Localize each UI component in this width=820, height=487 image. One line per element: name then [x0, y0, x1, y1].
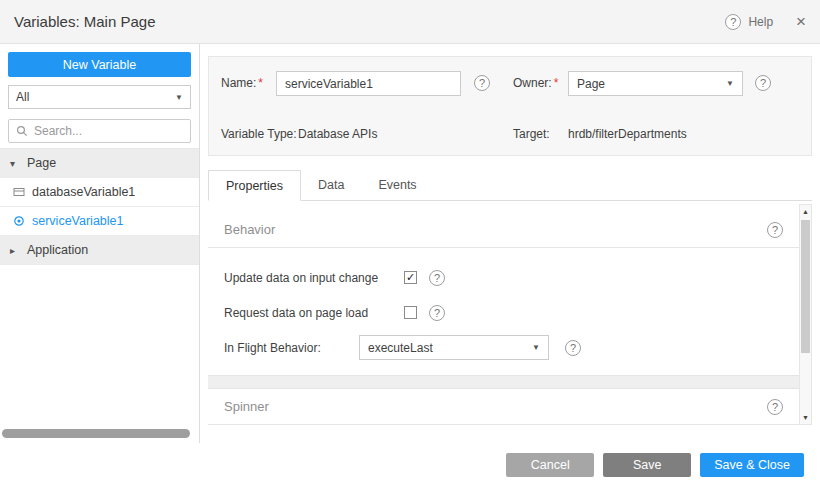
tree-item-label: databaseVariable1 [32, 185, 135, 199]
name-label: Name:* [221, 76, 263, 90]
section-title: Behavior [224, 222, 275, 237]
variable-type-label: Variable Type: [221, 127, 297, 141]
properties-panel: Behavior ? Update data on input change ✓… [208, 204, 812, 425]
save-button[interactable]: Save [603, 453, 691, 477]
section-header-spinner: Spinner ? [208, 389, 799, 425]
search-input[interactable] [34, 124, 183, 138]
caret-right-icon[interactable]: ▸ [10, 245, 20, 256]
check-icon: ✓ [406, 272, 415, 283]
help-label[interactable]: Help [748, 15, 773, 29]
section-header-behavior: Behavior ? [208, 212, 799, 248]
variable-detail: Name:* ? Owner:* Page ▼ ? Variable Type:… [200, 44, 820, 443]
in-flight-selected-value: executeLast [368, 341, 433, 355]
prop-help-icon[interactable]: ? [565, 340, 581, 356]
owner-label: Owner:* [513, 76, 558, 90]
prop-row-update-on-input-change: Update data on input change ✓ ? [208, 260, 799, 295]
owner-help-icon[interactable]: ? [755, 75, 771, 91]
chevron-down-icon: ▼ [175, 93, 183, 102]
detail-tabbar: Properties Data Events [208, 170, 812, 201]
scroll-down-icon[interactable]: ▼ [800, 411, 811, 424]
variables-sidebar: New Variable All ▼ ▾ Page databaseVariab… [0, 44, 200, 443]
update-data-checkbox[interactable]: ✓ [404, 271, 417, 284]
tree-item-label: serviceVariable1 [32, 214, 123, 228]
required-asterisk: * [258, 76, 263, 90]
in-flight-behavior-select[interactable]: executeLast ▼ [359, 335, 549, 360]
close-icon[interactable]: × [796, 13, 806, 30]
tree-item-page[interactable]: ▾ Page [0, 149, 199, 178]
help-icon[interactable]: ? [725, 14, 741, 30]
dialog-header: Variables: Main Page ? Help × [0, 0, 820, 44]
scrollbar-thumb[interactable] [2, 429, 190, 438]
variable-search [8, 119, 191, 143]
properties-panel-content: Behavior ? Update data on input change ✓… [208, 204, 799, 425]
dialog-footer: Cancel Save Save & Close [0, 443, 820, 487]
name-help-icon[interactable]: ? [474, 75, 490, 91]
tree-item-servicevariable1[interactable]: serviceVariable1 [0, 207, 199, 236]
owner-selected-value: Page [577, 77, 605, 91]
target-value: hrdb/filterDepartments [568, 127, 687, 141]
behavior-help-icon[interactable]: ? [767, 222, 783, 238]
header-actions: ? Help × [725, 13, 806, 30]
prop-label: Update data on input change [224, 271, 404, 285]
database-variable-icon [13, 186, 25, 198]
behavior-rows: Update data on input change ✓ ? Request … [208, 248, 799, 375]
prop-label: In Flight Behavior: [224, 341, 359, 355]
cancel-button[interactable]: Cancel [506, 453, 594, 477]
caret-down-icon[interactable]: ▾ [10, 158, 20, 169]
scroll-up-icon[interactable]: ▲ [800, 205, 811, 218]
filter-selected-value: All [16, 90, 29, 104]
prop-label: Request data on page load [224, 306, 404, 320]
required-asterisk: * [554, 76, 559, 90]
chevron-down-icon: ▼ [726, 79, 734, 88]
tree-item-label: Page [27, 156, 56, 170]
spinner-help-icon[interactable]: ? [767, 399, 783, 415]
target-label: Target: [513, 127, 550, 141]
variable-summary-form: Name:* ? Owner:* Page ▼ ? Variable Type:… [208, 56, 812, 156]
tab-data[interactable]: Data [301, 170, 361, 200]
page-title: Variables: Main Page [14, 13, 155, 30]
tree-item-application[interactable]: ▸ Application [0, 236, 199, 265]
tab-events[interactable]: Events [361, 170, 433, 200]
prop-row-request-on-page-load: Request data on page load ? [208, 295, 799, 330]
section-divider [208, 375, 799, 389]
panel-vertical-scrollbar: ▲ ▼ [799, 204, 812, 425]
prop-row-in-flight-behavior: In Flight Behavior: executeLast ▼ ? [208, 330, 799, 365]
new-variable-button[interactable]: New Variable [8, 52, 191, 77]
sidebar-horizontal-scrollbar [2, 429, 190, 438]
request-data-checkbox[interactable] [404, 306, 417, 319]
prop-help-icon[interactable]: ? [429, 305, 445, 321]
section-title: Spinner [224, 399, 269, 414]
variable-tree: ▾ Page databaseVariable1 serviceVariable… [0, 148, 199, 265]
scrollbar-thumb[interactable] [801, 220, 810, 353]
tree-item-label: Application [27, 243, 88, 257]
service-variable-icon [13, 215, 25, 227]
save-and-close-button[interactable]: Save & Close [700, 453, 804, 477]
tab-properties[interactable]: Properties [208, 170, 301, 201]
variables-dialog: Variables: Main Page ? Help × New Variab… [0, 0, 820, 487]
search-icon [16, 125, 28, 137]
prop-help-icon[interactable]: ? [429, 270, 445, 286]
owner-select[interactable]: Page ▼ [568, 71, 743, 96]
variable-type-value: Database APIs [298, 127, 377, 141]
chevron-down-icon: ▼ [532, 343, 540, 352]
name-input[interactable] [276, 71, 461, 96]
tree-item-databasevariable1[interactable]: databaseVariable1 [0, 178, 199, 207]
variable-filter-select[interactable]: All ▼ [8, 85, 191, 109]
